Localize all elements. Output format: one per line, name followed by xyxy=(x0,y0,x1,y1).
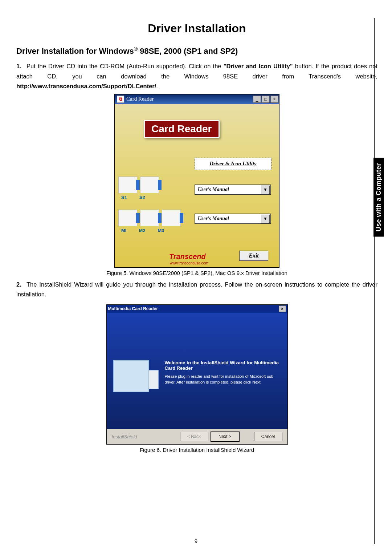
fig5-window-title: Card Reader xyxy=(126,96,154,102)
figure-5-card-reader-window: ⧉ Card Reader _ □ × Card Reader Driver &… xyxy=(114,94,279,268)
transcend-brand: Transcend xyxy=(169,252,206,261)
transcend-url: www.transcendusa.com xyxy=(170,261,208,265)
step-2-text: The InstallShield Wizard will guide you … xyxy=(16,281,377,297)
close-button[interactable]: × xyxy=(279,305,286,312)
dropdown-icon[interactable]: ▼ xyxy=(261,215,270,223)
reader-devices-graphic: S1 S2 MI M2 M3 xyxy=(118,177,191,233)
fig5-titlebar: ⧉ Card Reader _ □ × xyxy=(115,94,279,104)
installshield-brand: InstallShield xyxy=(112,434,137,439)
step-2-number: 2. xyxy=(16,280,26,289)
figure-6-caption: Figure 6. Driver Installation InstallShi… xyxy=(16,447,377,453)
wizard-description: Please plug in reader and wait for insta… xyxy=(165,374,280,385)
figure-6-installshield-window: Multimedia Card Reader × Welcome to the … xyxy=(106,304,288,445)
close-button[interactable]: × xyxy=(270,96,278,103)
device-label: S1 xyxy=(121,195,127,200)
card-reader-badge: Card Reader xyxy=(144,120,220,138)
exit-button[interactable]: Exit xyxy=(239,251,268,261)
dropdown-icon[interactable]: ▼ xyxy=(261,186,270,194)
next-button[interactable]: Next > xyxy=(211,432,240,442)
users-manual-select-1[interactable]: User's Manual ▼ xyxy=(195,185,271,195)
device-icon xyxy=(162,210,181,226)
step-2: 2.The InstallShield Wizard will guide yo… xyxy=(16,280,377,299)
wizard-welcome-text: Welcome to the InstallShield Wizard for … xyxy=(165,360,280,371)
computer-icon xyxy=(113,360,149,392)
subtitle-pre: Driver Installation for Windows xyxy=(16,46,134,56)
back-button: < Back xyxy=(180,432,208,441)
cancel-button[interactable]: Cancel xyxy=(254,432,282,441)
device-label: MI xyxy=(121,228,126,233)
users-manual-select-2[interactable]: User's Manual ▼ xyxy=(195,214,271,224)
section-heading: Driver Installation for Windows® 98SE, 2… xyxy=(16,46,377,56)
subtitle-post: 98SE, 2000 (SP1 and SP2) xyxy=(138,46,238,56)
figure-5-caption: Figure 5. Windows 98SE/2000 (SP1 & SP2),… xyxy=(16,270,377,276)
registered-mark: ® xyxy=(134,46,138,52)
step-1-bold: "Driver and Icon Utility" xyxy=(224,63,293,69)
maximize-button[interactable]: □ xyxy=(262,96,270,103)
page-right-rule xyxy=(374,18,375,544)
device-icon xyxy=(118,210,137,226)
select1-value: User's Manual xyxy=(198,187,229,193)
fig6-window-title: Multimedia Card Reader xyxy=(108,306,158,311)
driver-icon-utility-button[interactable]: Driver & Icon Utility xyxy=(195,158,271,170)
step-1-url: http://www.transcendusa.com/Support/DLCe… xyxy=(16,83,156,89)
section-tab: Use with a Computer xyxy=(373,158,384,237)
device-icon xyxy=(140,177,159,193)
minimize-button[interactable]: _ xyxy=(253,96,261,103)
app-icon: ⧉ xyxy=(117,96,124,103)
step-1-number: 1. xyxy=(16,61,26,71)
device-label: M2 xyxy=(139,228,145,233)
select2-value: User's Manual xyxy=(198,216,229,222)
device-label: M3 xyxy=(158,228,164,233)
device-icon xyxy=(118,177,137,193)
step-1-text-a: Put the Driver CD into the CD-ROM (Auto-… xyxy=(26,63,224,69)
step-1: 1.Put the Driver CD into the CD-ROM (Aut… xyxy=(16,61,377,91)
step-1-text-d: . xyxy=(156,83,158,89)
fig6-titlebar: Multimedia Card Reader × xyxy=(107,305,287,313)
page-number: 9 xyxy=(0,538,392,544)
device-label: S2 xyxy=(139,195,145,200)
device-icon xyxy=(140,210,159,226)
page-title: Driver Installation xyxy=(16,22,377,35)
